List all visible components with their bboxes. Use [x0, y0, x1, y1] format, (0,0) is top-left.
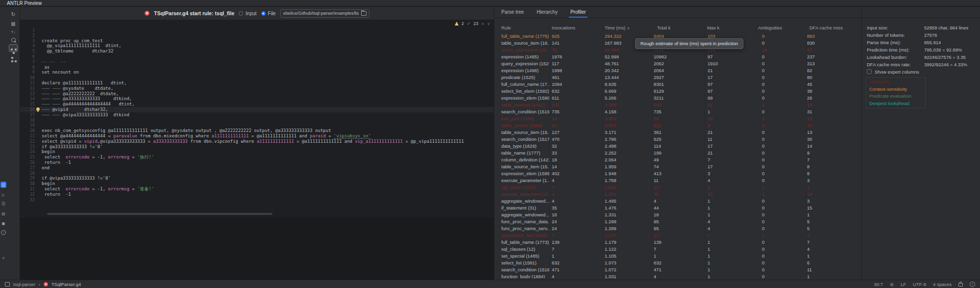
problems-icon[interactable]: !: [0, 229, 6, 236]
folder-icon[interactable]: [361, 11, 367, 16]
editor-line[interactable]: 25 select errorcode = -1, errormsg = '执行…: [20, 155, 494, 160]
indent-setting[interactable]: 4 spaces: [933, 282, 952, 287]
editor-line[interactable]: 29if @vipa333333333333 !='0': [20, 176, 494, 181]
profiler-table-row[interactable]: search_condition (1516)4711.0724711011: [499, 266, 859, 273]
tab-profiler[interactable]: Profiler: [570, 7, 586, 18]
editor-line[interactable]: 3create proc up_com_test: [20, 38, 494, 44]
editor-line[interactable]: 24begin: [20, 149, 494, 155]
profiler-table-row[interactable]: sql_clauses (12)71.1227104: [499, 246, 859, 253]
expert-columns-row[interactable]: Show expert columns: [867, 68, 919, 75]
editor-line[interactable]: 13——— ——— @a2222222222 dtdate,: [20, 91, 494, 97]
file-path-field[interactable]: ebelice/Github/tsql-parser/examples/big.…: [280, 9, 369, 18]
editor-line[interactable]: 28: [20, 171, 494, 176]
editor-line[interactable]: 12——— ——— @sysdate dtdate,: [20, 86, 494, 91]
profiler-table-row[interactable]: table_source_item (15...1273.17138121013: [499, 129, 859, 136]
input-radio-label[interactable]: Input: [245, 11, 256, 16]
tab-hierarchy[interactable]: Hierarchy: [537, 7, 558, 18]
profiler-table-row[interactable]: search_condition (1519)7354.1587351031: [499, 108, 859, 115]
search-icon[interactable]: [9, 36, 18, 44]
editor-line[interactable]: 20exec nb_com_getsysconfig @a11111111111…: [20, 128, 494, 133]
profiler-table-row[interactable]: table_source_item (15...141.959741708: [499, 163, 859, 170]
profiler-table-row[interactable]: query_expression (1527)11748.76120621910…: [499, 60, 859, 67]
profiler-table-row[interactable]: search_condition (1517)4702.78652511030: [499, 136, 859, 143]
editor-line[interactable]: 33: [20, 197, 494, 203]
file-name[interactable]: TSqlParser.g4: [51, 282, 81, 287]
profiler-table-row[interactable]: execute_statement (41)41.6323815116: [499, 191, 859, 198]
editor-line[interactable]: 4 @p_vipa1111111111111 dtint,: [20, 43, 494, 49]
profiler-table-row[interactable]: table_source (1509)613.6033229242: [499, 122, 859, 129]
caret-position[interactable]: 30:7: [874, 282, 883, 287]
editor-line[interactable]: 6: [20, 54, 494, 59]
editor-line[interactable]: 18: [20, 118, 494, 123]
editor-line[interactable]: 14——— ——— @a333333333333 dtkind,: [20, 96, 494, 102]
profiler-table-row[interactable]: expression (1498)199820.342206421082: [499, 67, 859, 74]
editor-line[interactable]: 1: [20, 27, 494, 33]
profiler-table-row[interactable]: function_body (1884)41.0314101: [499, 273, 859, 278]
editor-line[interactable]: 17——— ——— @vipa333333333333 dtkind: [20, 112, 494, 118]
git-branch-icon[interactable]: Y: [0, 255, 6, 262]
profiler-table-row[interactable]: full_column_name (17...10948.63583019704…: [499, 81, 859, 88]
next-problem-icon[interactable]: ∨: [487, 22, 490, 26]
layers-icon[interactable]: ▤: [0, 210, 6, 217]
tab-parse-tree[interactable]: Parse tree: [501, 7, 524, 18]
editor-line[interactable]: 32 return -1: [20, 192, 494, 197]
editor-line[interactable]: 2: [20, 33, 494, 38]
profiler-table-row[interactable]: column_definition (1421)182.06449707: [499, 157, 859, 163]
project-name[interactable]: tsql-parser: [13, 282, 35, 287]
line-ending[interactable]: LF: [901, 282, 906, 287]
editor-line[interactable]: 22select @vipid = vipid,@vipa33333333333…: [20, 139, 494, 144]
column-header[interactable]: Invocations: [550, 25, 603, 31]
profiler-table-row[interactable]: data_type (1829)322.48811417014: [499, 143, 859, 150]
editor-line[interactable]: 19: [20, 123, 494, 128]
editor-line[interactable]: 27end: [20, 165, 494, 171]
terminal-icon[interactable]: ▣: [0, 220, 6, 227]
profiler-table-row[interactable]: expression_elem (1590)6115.266321199026: [499, 95, 859, 102]
stop-icon[interactable]: [9, 20, 18, 28]
expert-columns-checkbox[interactable]: [867, 69, 872, 74]
refresh-icon[interactable]: ↻: [9, 10, 18, 18]
inspections-widget[interactable]: 2 ✓ 23 ∧ ∨: [455, 21, 490, 26]
file-encoding[interactable]: UTF-8: [913, 282, 926, 287]
input-radio[interactable]: [239, 11, 243, 16]
profiler-table-row[interactable]: expression_elem (1589)4021.948413308: [499, 170, 859, 177]
profiler-table-row[interactable]: join_part (1538)143.9528418216: [499, 115, 859, 122]
editor-line[interactable]: 5 @p_tblname dtchar32: [20, 49, 494, 54]
profiler-table-row[interactable]: select_list (1581)6321.073632106: [499, 260, 859, 266]
parse-tree-nodes-icon[interactable]: [9, 44, 18, 52]
profiler-table-row[interactable]: expression_list (1548)71.23723718: [499, 232, 859, 239]
window-icon[interactable]: [5, 282, 10, 287]
profiler-table-row[interactable]: func_proc_name_serv...241.28995405: [499, 225, 859, 232]
editor-line[interactable]: 7-- -- --: [20, 59, 494, 65]
editor-line[interactable]: 10: [20, 75, 494, 80]
editor-line[interactable]: 23if @a333333333333 !='0': [20, 144, 494, 150]
editor-line[interactable]: 11declare @a1111111111111 dtint,: [20, 80, 494, 86]
prev-problem-icon[interactable]: ∧: [481, 22, 484, 26]
editor-line[interactable]: 21select @a444444444444444 = paravalue f…: [20, 133, 494, 139]
column-header[interactable]: Total k: [652, 25, 705, 31]
profiler-table-row[interactable]: sql_union (1532)71.64219517: [499, 184, 859, 191]
profiler-table-header[interactable]: RuleInvocationsTime (ms)∨Total kMax kAmb…: [499, 25, 859, 31]
editor-line[interactable]: 30begin: [20, 181, 494, 186]
profiler-table-row[interactable]: expression (1495)197852.99910982970237: [499, 53, 859, 60]
intention-bulb-icon[interactable]: [36, 107, 40, 111]
column-header[interactable]: Time (ms)∨: [603, 25, 652, 31]
run-icon[interactable]: ▷: [0, 192, 6, 198]
highlighting-level-icon[interactable]: ⊘: [890, 282, 894, 287]
notifications-icon[interactable]: !: [970, 282, 975, 287]
profiler-table-row[interactable]: select_list_elem (1592)6326.669612997038: [499, 88, 859, 95]
editor-line[interactable]: 26 return -1: [20, 160, 494, 165]
column-header[interactable]: Ambiguities: [758, 25, 807, 31]
profiler-table-row[interactable]: func_proc_name_data...241.29895405: [499, 218, 859, 225]
antlr-preview-toolwindow-button[interactable]: ◫: [0, 182, 6, 188]
profiler-table-row[interactable]: execute_parameter (1...41.75811403: [499, 177, 859, 184]
editor-line[interactable]: 9set nocount on: [20, 70, 494, 75]
horizontal-scrollbar[interactable]: [47, 213, 272, 215]
profiler-table-row[interactable]: full_table_name (1773)1391.179139107: [499, 239, 859, 246]
profiler-table-row[interactable]: aggregate_windowed...181.33118101: [499, 211, 859, 218]
editor-line[interactable]: 31 select errorcode = -1, errormsg = '准备…: [20, 186, 494, 192]
column-header[interactable]: DFA cache miss: [807, 25, 859, 31]
antlr-icon[interactable]: Ⓐ: [0, 201, 6, 207]
lock-icon[interactable]: [958, 283, 963, 287]
column-header[interactable]: Rule: [499, 25, 550, 31]
file-radio-label[interactable]: File: [268, 11, 276, 16]
